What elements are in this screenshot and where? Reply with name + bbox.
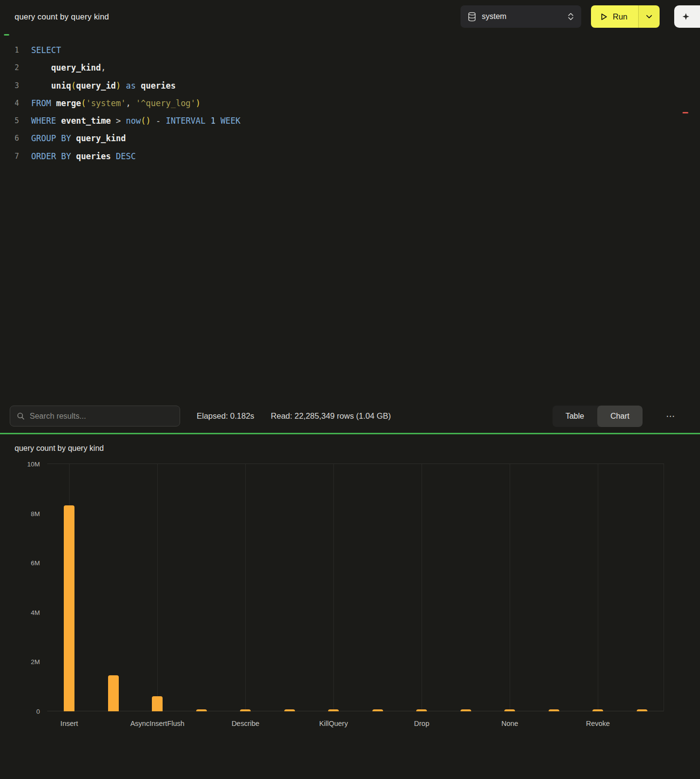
run-options-button[interactable] xyxy=(638,5,660,28)
line-number: 6 xyxy=(0,130,19,147)
gridline-vertical xyxy=(157,464,158,711)
search-icon xyxy=(17,412,25,420)
gutter-change-marker xyxy=(4,34,9,36)
code-text: FROM merge('system', '^query_log') xyxy=(31,94,201,112)
code-line: 7ORDER BY queries DESC xyxy=(0,148,700,165)
elapsed-stat: Elapsed: 0.182s xyxy=(197,411,254,421)
x-axis-tick: Describe xyxy=(232,720,259,727)
database-selector-value: system xyxy=(482,12,507,21)
chevron-updown-icon xyxy=(568,12,574,21)
sql-editor[interactable]: 1SELECT2 query_kind,3 uniq(query_id) as … xyxy=(0,33,700,399)
code-line: 1SELECT xyxy=(0,41,700,59)
chevron-down-icon xyxy=(646,15,652,19)
chart-bar xyxy=(284,709,295,711)
x-axis-line xyxy=(47,711,664,711)
code-line: 6GROUP BY query_kind xyxy=(0,130,700,147)
x-axis-tick: KillQuery xyxy=(319,720,348,727)
run-button[interactable]: Run xyxy=(591,5,638,28)
tab-chart[interactable]: Chart xyxy=(597,406,643,427)
line-number: 3 xyxy=(0,77,19,94)
search-results-input[interactable] xyxy=(30,412,173,421)
line-number: 2 xyxy=(0,59,19,76)
x-axis-tick: Insert xyxy=(60,720,78,727)
gridline-vertical xyxy=(245,464,246,711)
y-axis-tick: 4M xyxy=(31,609,40,616)
chart-title: query count by query kind xyxy=(15,444,700,453)
line-number: 1 xyxy=(0,41,19,59)
search-results-box[interactable] xyxy=(10,406,180,427)
code-text: SELECT xyxy=(31,41,61,59)
chart-bar xyxy=(637,709,647,711)
read-stat: Read: 22,285,349 rows (1.04 GB) xyxy=(271,411,391,421)
run-button-label: Run xyxy=(613,12,627,21)
y-axis-tick: 6M xyxy=(31,559,40,567)
y-axis-tick: 10M xyxy=(27,461,40,468)
code-line: 2 query_kind, xyxy=(0,59,700,76)
x-axis-tick: Drop xyxy=(414,720,429,727)
results-toolbar: Elapsed: 0.182s Read: 22,285,349 rows (1… xyxy=(0,399,700,433)
chart-bar xyxy=(416,709,427,711)
chart-panel: query count by query kind 10M8M6M4M2M0In… xyxy=(0,434,700,779)
view-toggle: Table Chart xyxy=(553,406,643,427)
database-icon xyxy=(468,12,476,21)
code-line: 5WHERE event_time > now() - INTERVAL 1 W… xyxy=(0,112,700,130)
app-root: query count by query kind system xyxy=(0,0,700,779)
line-number: 5 xyxy=(0,112,19,130)
chart-bar xyxy=(592,709,603,711)
y-axis-tick: 2M xyxy=(31,658,40,666)
line-number: 4 xyxy=(0,94,19,112)
scroll-error-marker xyxy=(682,112,688,113)
gridline-vertical xyxy=(510,464,510,711)
gridline-vertical xyxy=(422,464,422,711)
chart-bar xyxy=(64,505,74,711)
code-text: uniq(query_id) as queries xyxy=(31,77,176,94)
line-number: 7 xyxy=(0,148,19,165)
gridline-vertical xyxy=(663,464,664,711)
y-axis-tick: 0 xyxy=(36,708,40,715)
code-lines: 1SELECT2 query_kind,3 uniq(query_id) as … xyxy=(0,41,700,165)
play-icon xyxy=(600,13,608,21)
bar-chart: 10M8M6M4M2M0InsertAsyncInsertFlushDescri… xyxy=(47,464,664,711)
sparkle-icon xyxy=(682,13,690,20)
code-line: 4FROM merge('system', '^query_log') xyxy=(0,94,700,112)
x-axis-tick: AsyncInsertFlush xyxy=(130,720,184,727)
database-selector[interactable]: system xyxy=(461,5,581,28)
chart-bar xyxy=(196,709,207,711)
x-axis-tick: None xyxy=(501,720,518,727)
chart-bar xyxy=(152,696,163,711)
topbar: query count by query kind system xyxy=(0,0,700,33)
code-text: ORDER BY queries DESC xyxy=(31,148,136,165)
query-title: query count by query kind xyxy=(15,12,109,21)
code-text: WHERE event_time > now() - INTERVAL 1 WE… xyxy=(31,112,240,130)
gridline-vertical xyxy=(598,464,598,711)
tab-table[interactable]: Table xyxy=(553,406,597,427)
more-options-button[interactable]: ⋯ xyxy=(666,410,676,422)
chart-bar xyxy=(240,709,251,711)
chart-bar xyxy=(549,709,559,711)
run-button-group: Run xyxy=(591,5,660,28)
code-text: query_kind, xyxy=(31,59,106,76)
gridline-vertical xyxy=(333,464,334,711)
x-axis-tick: Revoke xyxy=(586,720,610,727)
chart-bar xyxy=(372,709,383,711)
topbar-actions: system Run xyxy=(461,5,660,28)
chart-bar xyxy=(461,709,471,711)
code-line: 3 uniq(query_id) as queries xyxy=(0,77,700,94)
corner-action-button[interactable] xyxy=(674,5,700,28)
chart-bar xyxy=(108,675,119,711)
code-text: GROUP BY query_kind xyxy=(31,130,126,147)
y-axis-tick: 8M xyxy=(31,510,40,517)
chart-bar xyxy=(328,709,339,711)
chart-bar xyxy=(504,709,515,711)
